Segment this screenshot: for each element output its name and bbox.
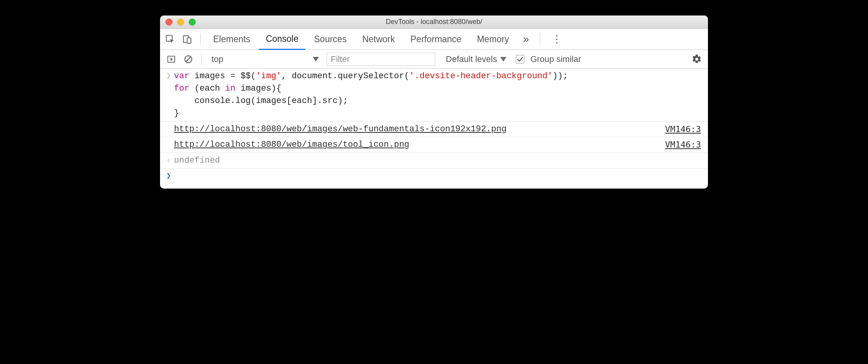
log-source-link[interactable]: VM146:3	[665, 139, 701, 151]
tab-elements[interactable]: Elements	[206, 29, 257, 50]
log-levels-label: Default levels	[446, 54, 497, 64]
device-toolbar-icon[interactable]	[179, 31, 195, 47]
tab-label: Memory	[477, 34, 509, 45]
return-value: undefined	[174, 155, 703, 167]
devtools-window: DevTools - localhost:8080/web/ Elements …	[160, 15, 708, 189]
console-settings-button[interactable]	[690, 53, 703, 66]
prompt-icon	[163, 70, 174, 120]
clear-console-icon[interactable]	[182, 53, 195, 66]
inspect-element-icon[interactable]	[162, 31, 178, 47]
separator	[200, 33, 201, 45]
prompt-icon	[163, 170, 174, 182]
console-input-code: var images = $$('img', document.querySel…	[174, 70, 703, 120]
tab-label: Elements	[213, 34, 250, 45]
panel-tabs: Elements Console Sources Network Perform…	[160, 29, 708, 50]
separator	[201, 54, 202, 65]
console-log-row: http://localhost:8080/web/images/web-fun…	[160, 121, 708, 137]
close-window-button[interactable]	[165, 19, 172, 26]
console-prompt-input[interactable]	[174, 170, 703, 182]
tab-network[interactable]: Network	[355, 29, 402, 50]
log-levels-selector[interactable]: Default levels	[446, 54, 506, 64]
window-title: DevTools - localhost:8080/web/	[160, 18, 708, 26]
tab-memory[interactable]: Memory	[470, 29, 516, 50]
log-url-link[interactable]: http://localhost:8080/web/images/web-fun…	[174, 123, 506, 136]
tab-label: Sources	[314, 34, 346, 45]
tab-sources[interactable]: Sources	[307, 29, 353, 50]
minimize-window-button[interactable]	[177, 19, 184, 26]
console-return-row: undefined	[160, 153, 708, 168]
svg-rect-2	[187, 38, 191, 43]
console-body: var images = $$('img', document.querySel…	[160, 69, 708, 189]
chevron-right-double-icon: »	[523, 33, 529, 45]
tab-label: Performance	[410, 34, 462, 45]
separator	[540, 33, 540, 45]
console-input-row[interactable]: var images = $$('img', document.querySel…	[160, 69, 708, 121]
toggle-sidebar-icon[interactable]	[165, 53, 178, 66]
tab-console[interactable]: Console	[259, 29, 305, 50]
console-prompt-row[interactable]	[160, 168, 708, 189]
group-similar-checkbox[interactable]	[516, 55, 524, 64]
titlebar: DevTools - localhost:8080/web/	[160, 15, 708, 29]
return-icon	[163, 155, 174, 167]
more-options-button[interactable]: ⋮	[546, 33, 568, 45]
context-selector-label: top	[212, 54, 224, 64]
window-controls	[160, 19, 196, 26]
console-log-row: http://localhost:8080/web/images/tool_ic…	[160, 137, 708, 153]
kebab-icon: ⋮	[552, 33, 562, 45]
group-similar-label: Group similar	[530, 54, 581, 64]
dropdown-triangle-icon	[500, 57, 506, 62]
svg-line-5	[186, 57, 191, 62]
dropdown-triangle-icon	[313, 57, 319, 62]
context-selector[interactable]: top	[208, 53, 323, 66]
tab-label: Console	[266, 34, 298, 44]
tabs-overflow-button[interactable]: »	[518, 33, 535, 45]
zoom-window-button[interactable]	[189, 19, 196, 26]
log-source-link[interactable]: VM146:3	[665, 123, 701, 136]
console-toolbar: top Default levels Group similar	[160, 50, 708, 69]
tab-performance[interactable]: Performance	[403, 29, 468, 50]
filter-input[interactable]	[327, 53, 435, 66]
tab-label: Network	[362, 34, 395, 45]
log-url-link[interactable]: http://localhost:8080/web/images/tool_ic…	[174, 139, 409, 151]
